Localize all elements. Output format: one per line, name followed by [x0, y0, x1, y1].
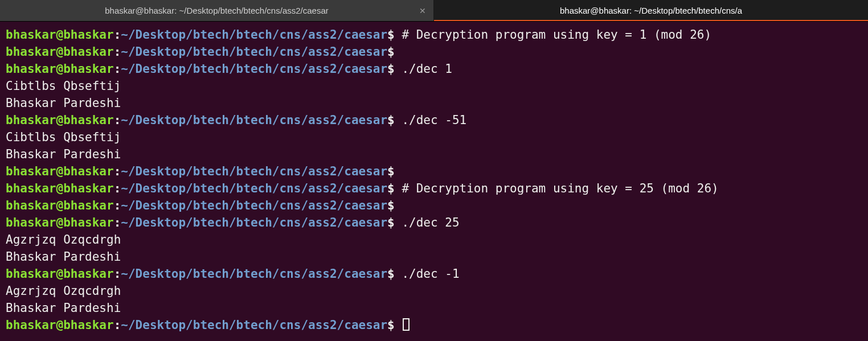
prompt-user-host: bhaskar@bhaskar: [6, 267, 114, 281]
terminal-line: Cibtlbs Qbseftij: [6, 129, 862, 146]
prompt-symbol: $: [387, 199, 402, 212]
tab-title: bhaskar@bhaskar: ~/Desktop/btech/btech/c…: [560, 2, 742, 19]
command-text: # Decryption program using key = 25 (mod…: [402, 182, 718, 195]
terminal-line: Agzrjzq Ozqcdrgh: [6, 282, 862, 299]
prompt-separator: :: [114, 216, 121, 229]
terminal-line: bhaskar@bhaskar:~/Desktop/btech/btech/cn…: [6, 265, 862, 282]
output-text: Agzrjzq Ozqcdrgh: [6, 233, 121, 246]
prompt-user-host: bhaskar@bhaskar: [6, 45, 114, 59]
terminal-line: bhaskar@bhaskar:~/Desktop/btech/btech/cn…: [6, 317, 862, 334]
terminal-output[interactable]: bhaskar@bhaskar:~/Desktop/btech/btech/cn…: [0, 22, 868, 334]
prompt-user-host: bhaskar@bhaskar: [6, 199, 114, 212]
prompt-path: ~/Desktop/btech/btech/cns/ass2/caesar: [121, 165, 387, 178]
prompt-path: ~/Desktop/btech/btech/cns/ass2/caesar: [121, 216, 387, 229]
terminal-line: Bhaskar Pardeshi: [6, 299, 862, 317]
output-text: Bhaskar Pardeshi: [6, 147, 121, 161]
terminal-line: bhaskar@bhaskar:~/Desktop/btech/btech/cn…: [6, 163, 862, 180]
command-text: # Decryption program using key = 1 (mod …: [402, 28, 711, 42]
terminal-line: Bhaskar Pardeshi: [6, 95, 862, 112]
terminal-line: Agzrjzq Ozqcdrgh: [6, 231, 862, 248]
prompt-symbol: $: [387, 267, 402, 281]
terminal-line: Bhaskar Pardeshi: [6, 146, 862, 163]
prompt-separator: :: [114, 113, 121, 127]
output-text: Bhaskar Pardeshi: [6, 250, 121, 264]
prompt-separator: :: [114, 182, 121, 195]
prompt-path: ~/Desktop/btech/btech/cns/ass2/caesar: [121, 267, 387, 281]
command-text: ./dec 25: [402, 216, 459, 229]
prompt-separator: :: [114, 28, 121, 42]
prompt-symbol: $: [387, 45, 402, 59]
prompt-path: ~/Desktop/btech/btech/cns/ass2/caesar: [121, 113, 387, 127]
prompt-user-host: bhaskar@bhaskar: [6, 113, 114, 127]
prompt-path: ~/Desktop/btech/btech/cns/ass2/caesar: [121, 182, 387, 195]
terminal-line: bhaskar@bhaskar:~/Desktop/btech/btech/cn…: [6, 214, 862, 231]
prompt-separator: :: [114, 45, 121, 59]
prompt-symbol: $: [387, 216, 402, 229]
terminal-line: bhaskar@bhaskar:~/Desktop/btech/btech/cn…: [6, 112, 862, 129]
terminal-line: Cibtlbs Qbseftij: [6, 77, 862, 95]
prompt-path: ~/Desktop/btech/btech/cns/ass2/caesar: [121, 28, 387, 42]
prompt-path: ~/Desktop/btech/btech/cns/ass2/caesar: [121, 318, 387, 332]
terminal-line: bhaskar@bhaskar:~/Desktop/btech/btech/cn…: [6, 26, 862, 43]
prompt-path: ~/Desktop/btech/btech/cns/ass2/caesar: [121, 45, 387, 59]
output-text: Cibtlbs Qbseftij: [6, 130, 121, 144]
prompt-separator: :: [114, 318, 121, 332]
terminal-line: Bhaskar Pardeshi: [6, 248, 862, 265]
prompt-separator: :: [114, 62, 121, 76]
output-text: Cibtlbs Qbseftij: [6, 79, 121, 93]
output-text: Agzrjzq Ozqcdrgh: [6, 284, 121, 298]
terminal-line: bhaskar@bhaskar:~/Desktop/btech/btech/cn…: [6, 197, 862, 214]
prompt-symbol: $: [387, 62, 402, 76]
prompt-user-host: bhaskar@bhaskar: [6, 318, 114, 332]
prompt-symbol: $: [387, 28, 402, 42]
terminal-line: bhaskar@bhaskar:~/Desktop/btech/btech/cn…: [6, 180, 862, 197]
output-text: Bhaskar Pardeshi: [6, 96, 121, 110]
terminal-tab-2[interactable]: bhaskar@bhaskar: ~/Desktop/btech/btech/c…: [434, 0, 868, 21]
tab-title: bhaskar@bhaskar: ~/Desktop/btech/btech/c…: [105, 2, 329, 19]
output-text: Bhaskar Pardeshi: [6, 301, 121, 315]
prompt-user-host: bhaskar@bhaskar: [6, 165, 114, 178]
close-icon[interactable]: ✕: [417, 6, 428, 16]
prompt-path: ~/Desktop/btech/btech/cns/ass2/caesar: [121, 199, 387, 212]
prompt-symbol: $: [387, 182, 402, 195]
command-text: ./dec 1: [402, 62, 452, 76]
prompt-user-host: bhaskar@bhaskar: [6, 62, 114, 76]
prompt-symbol: $: [387, 318, 402, 332]
prompt-user-host: bhaskar@bhaskar: [6, 182, 114, 195]
cursor: [403, 318, 410, 331]
prompt-symbol: $: [387, 113, 402, 127]
prompt-separator: :: [114, 165, 121, 178]
command-text: ./dec -1: [402, 267, 459, 281]
terminal-tab-1[interactable]: bhaskar@bhaskar: ~/Desktop/btech/btech/c…: [0, 0, 434, 21]
terminal-line: bhaskar@bhaskar:~/Desktop/btech/btech/cn…: [6, 43, 862, 60]
prompt-separator: :: [114, 267, 121, 281]
prompt-separator: :: [114, 199, 121, 212]
tab-bar: bhaskar@bhaskar: ~/Desktop/btech/btech/c…: [0, 0, 868, 22]
command-text: ./dec -51: [402, 113, 466, 127]
prompt-user-host: bhaskar@bhaskar: [6, 216, 114, 229]
prompt-path: ~/Desktop/btech/btech/cns/ass2/caesar: [121, 62, 387, 76]
terminal-line: bhaskar@bhaskar:~/Desktop/btech/btech/cn…: [6, 60, 862, 77]
prompt-user-host: bhaskar@bhaskar: [6, 28, 114, 42]
prompt-symbol: $: [387, 165, 402, 178]
